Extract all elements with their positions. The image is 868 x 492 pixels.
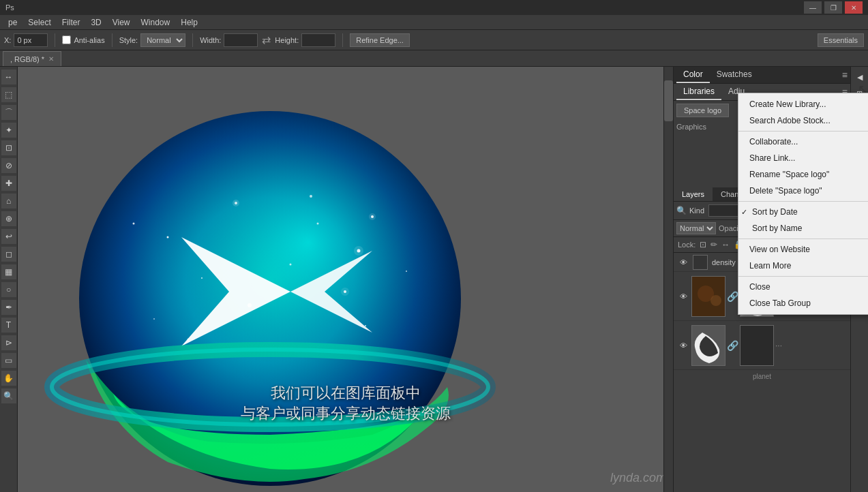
- search-icon: 🔍: [676, 206, 687, 215]
- marquee-tool[interactable]: ⬚: [1, 87, 16, 102]
- svg-rect-32: [740, 326, 774, 366]
- subtitle-line2: 与客户或同事分享动态链接资源: [241, 403, 451, 424]
- close-button[interactable]: ✕: [845, 1, 863, 14]
- menu-sort-by-name[interactable]: Sort by Name: [738, 220, 868, 236]
- pen-tool[interactable]: ✒: [1, 300, 16, 315]
- tab-color[interactable]: Color: [676, 67, 710, 83]
- lock-label: Lock:: [678, 241, 695, 249]
- clone-tool[interactable]: ⊕: [1, 211, 16, 226]
- menu-pe[interactable]: pe: [3, 16, 23, 29]
- tab-libraries[interactable]: Libraries: [676, 84, 721, 100]
- layer-visibility-planet[interactable]: 👁: [678, 340, 689, 351]
- color-panel-tabs: Color Swatches ≡: [674, 67, 850, 84]
- brush-tool[interactable]: ⌂: [1, 194, 16, 209]
- menu-share-link[interactable]: Share Link...: [738, 150, 868, 166]
- menu-select[interactable]: Select: [23, 16, 56, 29]
- lock-transparency-icon[interactable]: ⊡: [700, 240, 706, 249]
- canvas-area: 我们可以在图库面板中 与客户或同事分享动态链接资源 lynda.com: [18, 67, 673, 492]
- menu-rename-space-logo[interactable]: Rename "Space logo": [738, 166, 868, 183]
- menu-view-on-website[interactable]: View on Website: [738, 241, 868, 258]
- svg-rect-29: [692, 277, 725, 317]
- layer-visibility-density[interactable]: 👁: [678, 257, 689, 268]
- vertical-scrollbar[interactable]: [663, 67, 673, 492]
- layer-mask-2: [740, 325, 774, 366]
- shape-tool[interactable]: ▭: [1, 353, 16, 368]
- menu-delete-space-logo[interactable]: Delete "Space logo": [738, 183, 868, 199]
- workspace-selector[interactable]: Essentials: [818, 33, 864, 47]
- gradient-tool[interactable]: ▦: [1, 264, 16, 279]
- svg-point-14: [406, 271, 407, 272]
- chain-icon-1: 🔗: [727, 291, 738, 302]
- move-tool[interactable]: ↔: [1, 70, 16, 84]
- menu-view[interactable]: View: [107, 16, 136, 29]
- menu-help[interactable]: Help: [175, 16, 203, 29]
- eraser-tool[interactable]: ◻: [1, 247, 16, 262]
- layer-footer-label: planet: [674, 370, 850, 383]
- crop-tool[interactable]: ⊡: [1, 140, 16, 155]
- x-input[interactable]: [14, 33, 48, 47]
- svg-point-10: [153, 318, 155, 320]
- tab-layers[interactable]: Layers: [674, 187, 713, 201]
- minimize-button[interactable]: —: [804, 1, 822, 14]
- dodge-tool[interactable]: ○: [1, 282, 16, 297]
- layer-more-planet[interactable]: ···: [775, 341, 782, 350]
- refine-edge-button[interactable]: Refine Edge...: [350, 33, 410, 47]
- document-tab[interactable]: , RGB/8) * ✕: [3, 51, 61, 66]
- separator-3: [738, 239, 868, 239]
- toolbar: X: Anti-alias Style: Normal Width: ⇄ Hei…: [0, 30, 868, 50]
- collapse-panel-button[interactable]: ◀: [852, 70, 867, 84]
- subtitle-line1: 我们可以在图库面板中: [241, 383, 451, 403]
- menu-filter[interactable]: Filter: [57, 16, 86, 29]
- menu-close[interactable]: Close: [738, 279, 868, 295]
- window-controls: — ❐ ✕: [804, 1, 863, 14]
- heal-tool[interactable]: ✚: [1, 176, 16, 191]
- svg-point-8: [290, 264, 292, 266]
- type-tool[interactable]: T: [1, 318, 16, 333]
- layer-item-planet[interactable]: 👁 🔗 ···: [674, 321, 850, 370]
- svg-point-17: [365, 325, 366, 326]
- tab-bar: , RGB/8) * ✕: [0, 50, 868, 67]
- hand-tool[interactable]: ✋: [1, 371, 16, 386]
- panel-menu-button[interactable]: ≡: [842, 70, 848, 80]
- menu-create-new-library[interactable]: Create New Library...: [738, 96, 868, 112]
- layer-visibility-image1[interactable]: 👁: [678, 291, 689, 302]
- history-brush-tool[interactable]: ↩: [1, 229, 16, 244]
- menu-learn-more[interactable]: Learn More: [738, 258, 868, 274]
- kind-label: Kind: [689, 206, 704, 215]
- menu-window[interactable]: Window: [136, 16, 176, 29]
- menu-search-adobe-stock[interactable]: Search Adobe Stock...: [738, 112, 868, 129]
- tab-swatches[interactable]: Swatches: [710, 67, 759, 83]
- x-label: X:: [4, 36, 11, 44]
- svg-point-19: [354, 246, 363, 256]
- layer-thumb-planet: [691, 325, 725, 366]
- lasso-tool[interactable]: ⌒: [1, 105, 16, 120]
- menu-collaborate[interactable]: Collaborate...: [738, 134, 868, 150]
- style-control: Style: Normal: [119, 33, 186, 47]
- tab-close-button[interactable]: ✕: [48, 55, 54, 63]
- menu-sort-by-date[interactable]: Sort by Date: [738, 204, 868, 220]
- magic-wand-tool[interactable]: ✦: [1, 123, 16, 138]
- maximize-button[interactable]: ❐: [824, 1, 842, 14]
- svg-point-18: [233, 200, 239, 206]
- watermark: lynda.com: [610, 471, 666, 485]
- anti-alias-checkbox[interactable]: [62, 35, 71, 44]
- eyedropper-tool[interactable]: ⊘: [1, 158, 16, 173]
- zoom-tool[interactable]: 🔍: [1, 388, 16, 403]
- menu-close-tab-group[interactable]: Close Tab Group: [738, 295, 868, 311]
- canvas-image: [31, 101, 509, 492]
- scrollbar-thumb[interactable]: [664, 80, 673, 121]
- lock-paint-icon[interactable]: ✏: [710, 240, 717, 249]
- swap-icon: ⇄: [262, 33, 271, 46]
- width-input[interactable]: [224, 33, 258, 47]
- library-name-button[interactable]: Space logo: [676, 104, 729, 117]
- app-icon: Ps: [5, 3, 14, 12]
- height-input[interactable]: [301, 33, 335, 47]
- blend-mode-select[interactable]: Normal: [676, 222, 716, 234]
- chain-icon-2: 🔗: [727, 340, 738, 351]
- menu-3d[interactable]: 3D: [85, 16, 106, 29]
- lock-position-icon[interactable]: ↔: [721, 240, 730, 249]
- style-select[interactable]: Normal: [140, 33, 185, 47]
- width-control: Width:: [200, 33, 258, 47]
- title-bar: Ps — ❐ ✕: [0, 0, 868, 15]
- path-tool[interactable]: ⊳: [1, 335, 16, 350]
